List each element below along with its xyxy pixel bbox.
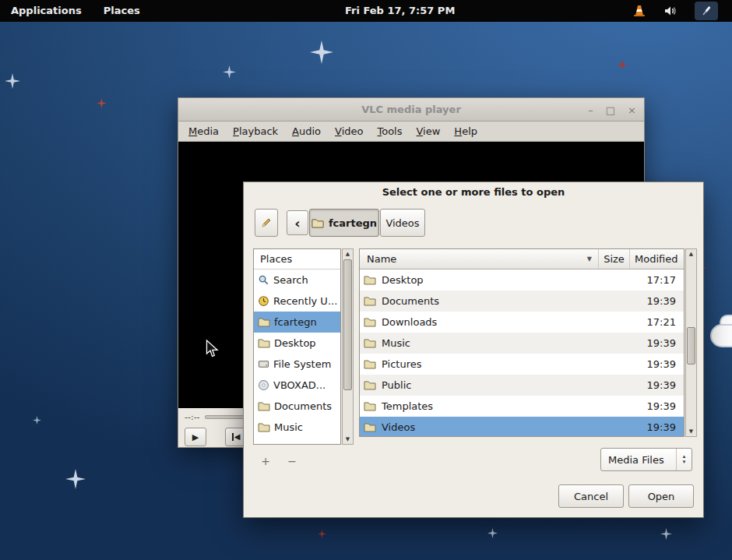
file-name: Desktop	[382, 274, 627, 286]
file-name: Downloads	[382, 316, 627, 328]
file-name: Documents	[382, 295, 627, 307]
scrollbar-thumb[interactable]	[687, 327, 695, 365]
menu-video[interactable]: Video	[328, 122, 370, 142]
star-decoration	[487, 528, 498, 538]
file-row-desktop[interactable]: Desktop 17:17	[360, 269, 684, 291]
column-header-name[interactable]: Name ▼	[360, 249, 599, 269]
folder-icon	[364, 317, 376, 327]
drive-icon	[258, 359, 269, 369]
disc-icon	[258, 379, 269, 391]
file-name: Pictures	[382, 358, 627, 370]
tool-tray-button[interactable]	[695, 2, 718, 20]
star-decoration	[223, 65, 236, 79]
file-type-filter[interactable]: Media Files ▴ ▾	[600, 448, 692, 471]
menu-playback[interactable]: Playback	[226, 122, 285, 142]
file-modified: 17:17	[632, 274, 684, 286]
sort-indicator-icon[interactable]: ▼	[587, 249, 592, 269]
sidebar-item-file-system[interactable]: File System	[254, 354, 340, 375]
sidebar-item-home[interactable]: fcartegn	[254, 312, 340, 333]
menu-tools[interactable]: Tools	[370, 122, 409, 142]
path-button-home[interactable]: fcartegn	[309, 209, 379, 237]
sidebar-item-documents[interactable]: Documents	[254, 396, 340, 417]
back-button[interactable]: ‹	[287, 210, 308, 235]
applications-menu[interactable]: Applications	[0, 0, 93, 22]
file-row-templates[interactable]: Templates 19:39	[360, 396, 684, 417]
sidebar-item-label: VBOXAD...	[273, 379, 326, 391]
maximize-button[interactable]: □	[606, 104, 615, 116]
folder-icon	[258, 317, 270, 327]
combo-spinner[interactable]: ▴ ▾	[676, 449, 692, 470]
folder-icon	[258, 422, 270, 432]
sidebar-item-label: File System	[273, 358, 331, 370]
scrollbar-thumb[interactable]	[343, 259, 352, 390]
type-location-button[interactable]	[255, 209, 278, 237]
file-modified: 19:39	[632, 358, 684, 370]
file-open-dialog: Select one or more files to open ‹ fcart…	[243, 181, 704, 518]
sidebar-item-vbox-cd[interactable]: VBOXAD...	[254, 375, 340, 396]
remove-bookmark-button[interactable]: −	[284, 455, 300, 467]
folder-icon	[364, 296, 376, 306]
window-title: VLC media player	[178, 98, 644, 122]
back-icon: ‹	[294, 215, 300, 231]
column-header-modified[interactable]: Modified	[630, 249, 684, 269]
places-menu[interactable]: Places	[93, 0, 151, 22]
volume-icon[interactable]	[663, 5, 677, 17]
file-modified: 19:39	[632, 379, 684, 391]
folder-icon	[258, 338, 270, 348]
sidebar-item-desktop[interactable]: Desktop	[254, 333, 340, 354]
file-row-public[interactable]: Public 19:39	[360, 375, 684, 396]
folder-icon	[364, 338, 376, 348]
menu-audio[interactable]: Audio	[285, 122, 328, 142]
close-button[interactable]: ×	[628, 104, 636, 116]
scroll-down-icon[interactable]: ▼	[686, 427, 696, 436]
folder-icon	[364, 422, 376, 432]
sidebar-item-recently-used[interactable]: Recently U...	[254, 291, 340, 312]
places-scrollbar[interactable]: ▲ ▼	[342, 248, 354, 445]
spin-down-icon: ▾	[683, 460, 686, 465]
bookmark-buttons: + −	[258, 455, 300, 467]
star-decoration	[97, 98, 107, 108]
path-segment-label: Videos	[385, 217, 419, 229]
menu-media[interactable]: Media	[181, 122, 226, 142]
play-button[interactable]: ▶	[185, 428, 206, 446]
places-panel: Places Search Recently U...	[253, 248, 341, 445]
menu-help[interactable]: Help	[447, 122, 484, 142]
elapsed-time: --:--	[185, 412, 200, 422]
sidebar-item-label: Documents	[274, 400, 332, 412]
file-row-videos[interactable]: Videos 19:39	[360, 417, 684, 437]
file-list-scrollbar[interactable]: ▲ ▼	[685, 248, 697, 437]
file-row-downloads[interactable]: Downloads 17:21	[360, 312, 684, 333]
places-header: Places	[254, 249, 340, 269]
file-row-music[interactable]: Music 19:39	[360, 333, 684, 354]
path-button-videos[interactable]: Videos	[380, 209, 425, 237]
folder-icon	[258, 401, 270, 411]
sidebar-item-label: Desktop	[274, 337, 316, 349]
file-modified: 19:39	[632, 421, 684, 433]
file-row-pictures[interactable]: Pictures 19:39	[360, 354, 684, 375]
file-rows: Desktop 17:17 Documents 19:39 Downloads …	[360, 269, 684, 437]
path-segment-label: fcartegn	[329, 217, 377, 229]
vlc-cone-icon[interactable]	[632, 4, 646, 18]
sidebar-item-search[interactable]: Search	[254, 269, 340, 291]
file-name: Public	[382, 379, 627, 391]
menu-view[interactable]: View	[410, 122, 448, 142]
folder-icon	[311, 218, 324, 228]
scroll-up-icon[interactable]: ▲	[343, 249, 353, 259]
cancel-button[interactable]: Cancel	[558, 484, 624, 508]
folder-icon	[364, 275, 376, 285]
star-decoration	[660, 528, 672, 540]
scroll-up-icon[interactable]: ▲	[686, 249, 696, 259]
file-row-documents[interactable]: Documents 19:39	[360, 291, 684, 312]
column-header-size[interactable]: Size	[599, 249, 630, 269]
sidebar-item-music[interactable]: Music	[254, 417, 340, 438]
sidebar-item-label: Recently U...	[273, 295, 337, 307]
sidebar-item-label: fcartegn	[274, 316, 317, 328]
scroll-down-icon[interactable]: ▼	[343, 435, 353, 444]
minimize-button[interactable]: –	[588, 104, 593, 116]
open-button[interactable]: Open	[628, 484, 694, 508]
top-panel: Applications Places Fri Feb 17, 7:57 PM	[0, 0, 732, 22]
vlc-titlebar[interactable]: VLC media player – □ ×	[178, 98, 644, 122]
add-bookmark-button[interactable]: +	[258, 455, 273, 467]
file-name: Templates	[382, 400, 627, 412]
clock[interactable]: Fri Feb 17, 7:57 PM	[345, 0, 455, 22]
